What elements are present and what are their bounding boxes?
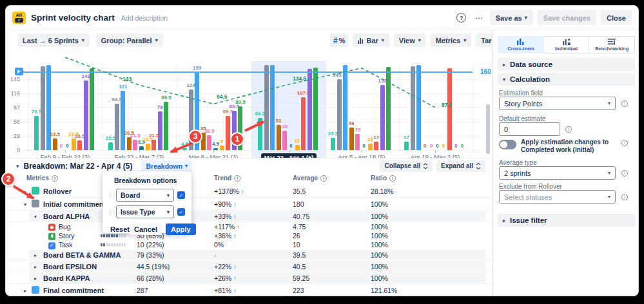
value-cell: 44.5 (19%) bbox=[137, 263, 170, 271]
save-as-button[interactable]: Save as▾ bbox=[490, 10, 533, 25]
metric-label: Rollover bbox=[43, 187, 72, 195]
table-row-bug[interactable]: Bug+117% ↑4.75100% bbox=[6, 222, 492, 231]
axis-tick bbox=[139, 150, 140, 153]
drag-handle-icon[interactable]: ⋮⋮ bbox=[108, 209, 113, 215]
trend-cell: - bbox=[214, 251, 217, 259]
section-data-source[interactable]: ▸ Data source bbox=[498, 58, 635, 71]
add-description-link[interactable]: Add description bbox=[121, 14, 168, 22]
collapse-all-button[interactable]: Collapse all bbox=[380, 160, 433, 172]
breakdown-level-1-select[interactable]: Board▾ bbox=[116, 189, 174, 202]
trend-cell: +90% ↑ bbox=[214, 200, 237, 208]
axis-tick bbox=[435, 150, 436, 153]
table-row-rollover[interactable]: ▸Rollover+1378% ↑35.528.18% bbox=[6, 185, 492, 198]
tab-individual[interactable]: Individual bbox=[543, 36, 590, 53]
breakdown-level-2-select[interactable]: Issue Type▾ bbox=[116, 205, 174, 218]
close-button[interactable]: Close bbox=[601, 10, 632, 25]
info-icon: i bbox=[565, 126, 572, 133]
table-row-board-kappa[interactable]: ▸Board KAPPA66 (28%)+26% ↑59.25100% bbox=[6, 272, 492, 284]
top-bar: AR ✓ Sprint velocity chart Add descripti… bbox=[6, 6, 638, 30]
average-cell: 223 bbox=[293, 287, 304, 294]
sprint-range-dropdown[interactable]: Last → 6 Sprints▾ bbox=[17, 33, 90, 47]
average-cell: 39.5 bbox=[293, 251, 306, 259]
view-dropdown[interactable]: View▾ bbox=[394, 33, 426, 47]
gridline bbox=[23, 150, 482, 151]
breakdown-options-button[interactable]: Breakdown▾ bbox=[141, 160, 192, 172]
breakdown-level-1-checkbox[interactable]: ✓ bbox=[177, 191, 185, 199]
info-icon: i bbox=[621, 100, 628, 107]
y-axis-tick-label: 58 bbox=[6, 119, 20, 125]
average-type-select[interactable]: 2 sprints▾ bbox=[499, 166, 616, 180]
metric-label: Board KAPPA bbox=[43, 274, 90, 282]
annotation-badge-3: 3 bbox=[188, 129, 202, 144]
metric-label: Final commitment bbox=[43, 287, 104, 294]
default-estimate-label: Default estimate bbox=[499, 115, 545, 122]
chart-type-dropdown[interactable]: Bar▾ bbox=[353, 33, 389, 47]
vertical-scrollbar[interactable] bbox=[486, 104, 490, 154]
trend-value-label: 134.5 bbox=[293, 75, 306, 82]
settings-sidebar: Cross-team Individual Benchmarking ▸ Dat… bbox=[492, 30, 639, 296]
chevron-down-icon[interactable]: ▾ bbox=[24, 201, 26, 207]
chevron-right-icon[interactable]: ▸ bbox=[24, 287, 26, 293]
metric-color-swatch bbox=[32, 200, 39, 209]
y-axis-tick-label: 0 bbox=[6, 147, 20, 153]
more-menu-button[interactable]: ⋯ bbox=[473, 12, 485, 24]
chevron-down-icon[interactable]: ▾ bbox=[16, 163, 19, 169]
page-title: Sprint velocity chart bbox=[31, 13, 115, 23]
trend-cell: +22% ↑ bbox=[214, 263, 237, 271]
average-cell: 35.5 bbox=[293, 187, 306, 195]
help-button[interactable]: ? bbox=[455, 12, 468, 24]
drag-handle-icon[interactable]: ⋮⋮ bbox=[108, 193, 113, 198]
table-row-task[interactable]: ✓Task10 (22%)0%10100% bbox=[6, 240, 492, 249]
breakdown-level-2-checkbox[interactable]: ✓ bbox=[177, 208, 185, 216]
reset-button[interactable]: Reset bbox=[110, 225, 130, 233]
chevron-right-icon[interactable]: ▸ bbox=[34, 263, 37, 269]
average-cell: 10 bbox=[293, 241, 300, 249]
ratio-cell: 28.18% bbox=[371, 187, 394, 195]
value-format-toggle[interactable]: # % bbox=[330, 33, 348, 47]
metric-label: Bug bbox=[59, 223, 71, 231]
default-estimate-input[interactable]: 0 bbox=[499, 122, 560, 136]
table-row-final-commitment[interactable]: ▸Final commitment287+81% ↑223121.61% bbox=[6, 284, 492, 296]
section-issue-filter[interactable]: ▸ Issue filter bbox=[498, 214, 635, 227]
axis-tick bbox=[65, 150, 66, 153]
info-icon: i bbox=[621, 140, 628, 146]
distribution-gauge bbox=[101, 243, 126, 247]
chart-plot-area: 70.515.54.566.525.51794.5124145.51211592… bbox=[23, 65, 482, 150]
cancel-button[interactable]: Cancel bbox=[130, 223, 162, 235]
exclude-rollover-select[interactable]: Select statuses▾ bbox=[499, 190, 616, 204]
chevron-right-icon[interactable]: ▸ bbox=[34, 252, 37, 258]
estimation-field-select[interactable]: Story Points▾ bbox=[499, 97, 616, 110]
metric-color-swatch bbox=[32, 286, 39, 295]
metrics-dropdown[interactable]: Metrics▾ bbox=[431, 33, 472, 47]
chevron-right-icon[interactable]: ▸ bbox=[34, 275, 37, 281]
trend-value-label: 87.3 bbox=[442, 102, 453, 108]
trend-value-label: 133 bbox=[122, 76, 132, 82]
group-dropdown[interactable]: Group: Parallel▾ bbox=[96, 33, 163, 47]
average-type-label: Average type bbox=[499, 159, 537, 166]
table-row-initial-commitment[interactable]: ▾Initial commitment+90% ↑180100% bbox=[6, 198, 492, 211]
trend-cell: +33% ↑ bbox=[214, 213, 237, 220]
tab-cross-team[interactable]: Cross-team bbox=[498, 36, 544, 53]
table-row-board-alpha[interactable]: ▾Board ALPHA+33% ↑40.75100% bbox=[6, 211, 492, 222]
number-format-option[interactable]: # bbox=[333, 36, 338, 45]
column-header-trend: Trendi bbox=[214, 175, 240, 182]
tab-benchmarking[interactable]: Benchmarking bbox=[589, 36, 635, 53]
chevron-right-icon[interactable]: ▸ bbox=[24, 188, 26, 194]
table-row-board-beta-gamma[interactable]: ▸Board BETA & GAMMA79 (33%)-39.5100% bbox=[6, 249, 492, 261]
chevron-down-icon[interactable]: ▾ bbox=[34, 213, 37, 219]
apply-estimation-toggle[interactable] bbox=[499, 140, 516, 149]
percent-format-option[interactable]: % bbox=[339, 37, 346, 44]
section-calculation[interactable]: ▾ Calculation bbox=[498, 73, 635, 86]
info-icon: i bbox=[621, 194, 628, 200]
average-cell: 26 bbox=[293, 232, 300, 240]
info-icon: i bbox=[234, 175, 240, 182]
metric-label: Board EPSILON bbox=[43, 263, 97, 271]
apply-button[interactable]: Apply bbox=[166, 223, 196, 235]
expand-all-button[interactable]: Expand all bbox=[436, 160, 485, 172]
trend-cell: +36% ↑ bbox=[214, 232, 237, 240]
table-row-board-epsilon[interactable]: ▸Board EPSILON44.5 (19%)+22% ↑40.5100% bbox=[6, 261, 492, 272]
annotation-badge-1: 1 bbox=[230, 132, 244, 146]
average-cell: 59.25 bbox=[293, 274, 309, 282]
target-value-label: 160 bbox=[480, 68, 491, 75]
table-row-story[interactable]: Story30 (65%)+36% ↑26100% bbox=[6, 231, 492, 240]
